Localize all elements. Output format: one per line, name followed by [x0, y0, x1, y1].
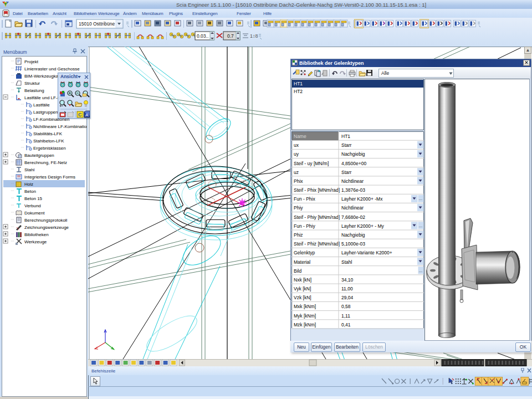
svg-text:Steif - Phiy [MNm/rad]: Steif - Phiy [MNm/rad] — [294, 214, 340, 220]
svg-text:Fun - Phix: Fun - Phix — [294, 196, 315, 202]
svg-text:Stahlbeton-LFK: Stahlbeton-LFK — [33, 139, 64, 144]
svg-text:Mxk [kNm]: Mxk [kNm] — [294, 304, 316, 309]
svg-text:29,04: 29,04 — [341, 295, 354, 300]
svg-text:Projekt: Projekt — [24, 59, 39, 64]
svg-text:Nxk [kN]: Nxk [kN] — [294, 277, 311, 283]
svg-text:Myk [kNm]: Myk [kNm] — [294, 313, 316, 319]
svg-text:HT1: HT1 — [341, 134, 350, 139]
svg-text:Bild: Bild — [294, 268, 301, 274]
svg-text:Lastgruppen: Lastgruppen — [33, 110, 58, 115]
svg-text:Werkzeuge: Werkzeuge — [24, 239, 47, 244]
svg-text:Phiz: Phiz — [294, 232, 303, 238]
svg-text:Holz: Holz — [24, 182, 33, 187]
svg-text:Nachgiebig: Nachgiebig — [341, 232, 365, 238]
svg-text:Layher K2000+ -Mx: Layher K2000+ -Mx — [341, 196, 383, 202]
svg-text:...: ... — [419, 268, 423, 273]
svg-text:Berechnung, FE-Netz: Berechnung, FE-Netz — [24, 160, 67, 165]
svg-text:Bibliotheken: Bibliotheken — [24, 232, 49, 237]
svg-text:Vzk [kN]: Vzk [kN] — [294, 295, 311, 300]
svg-text:1,3876e-03: 1,3876e-03 — [341, 187, 365, 193]
svg-text:Gelenktyp: Gelenktyp — [294, 250, 315, 255]
svg-text:Material: Material — [294, 259, 310, 265]
svg-text:Stabilitäts-LFK: Stabilitäts-LFK — [33, 131, 63, 136]
svg-text:0.03..: 0.03.. — [197, 33, 208, 39]
svg-text:Zeichnungswerkzeuge: Zeichnungswerkzeuge — [24, 225, 69, 230]
svg-text:Nichtlinear: Nichtlinear — [341, 205, 364, 211]
svg-text:...: ... — [419, 223, 423, 228]
svg-text:Stahl: Stahl — [341, 259, 352, 265]
svg-text:5,1000e-03: 5,1000e-03 — [341, 241, 365, 247]
svg-text:Berechnungsprotokoll: Berechnungsprotokoll — [24, 218, 68, 223]
svg-text:4,8500e+00: 4,8500e+00 — [341, 161, 366, 166]
svg-text:Nichtlineare LF-Kombinationen: Nichtlineare LF-Kombinationen — [33, 124, 87, 129]
svg-text:Nachgiebig: Nachgiebig — [341, 151, 365, 157]
svg-text:ux: ux — [294, 142, 299, 148]
svg-text:Beton 15: Beton 15 — [24, 196, 43, 201]
svg-text:Layher-Variante K2000+: Layher-Variante K2000+ — [341, 250, 392, 255]
svg-text:Stahl: Stahl — [24, 167, 34, 172]
svg-text:A: A — [85, 112, 89, 117]
svg-text:uz: uz — [294, 170, 299, 175]
svg-text:Linienraster und Geschosse: Linienraster und Geschosse — [24, 66, 80, 71]
svg-text:34,10: 34,10 — [341, 277, 354, 283]
svg-text:Belastung: Belastung — [24, 88, 44, 93]
svg-text:Bauteilgruppen: Bauteilgruppen — [24, 153, 54, 158]
svg-text:Starr: Starr — [341, 170, 352, 175]
svg-text:0,41: 0,41 — [341, 322, 351, 328]
svg-text:Vyk [kN]: Vyk [kN] — [294, 286, 311, 291]
svg-text:Starr: Starr — [341, 142, 352, 148]
svg-text:Steif - Phiz [MNm/rad]: Steif - Phiz [MNm/rad] — [294, 241, 340, 247]
svg-text:Dokument: Dokument — [24, 211, 45, 216]
svg-text:Steif - Phix [MNm/rad]: Steif - Phix [MNm/rad] — [294, 187, 340, 193]
svg-text:Steif - uy [MN/m]: Steif - uy [MN/m] — [294, 161, 329, 166]
svg-text:1↕8: 1↕8 — [250, 33, 258, 39]
svg-text:Beton: Beton — [24, 189, 36, 194]
svg-text:Layher K2000+ - My: Layher K2000+ - My — [341, 223, 385, 229]
svg-text:Name: Name — [294, 134, 306, 139]
svg-text:Fun - Phiy: Fun - Phiy — [294, 223, 315, 229]
svg-text:C: C — [78, 112, 82, 117]
svg-text:Struktur: Struktur — [24, 81, 40, 86]
svg-text:...: ... — [419, 196, 423, 201]
svg-text:0.7: 0.7 — [227, 33, 234, 39]
svg-text:Mzk [kNm]: Mzk [kNm] — [294, 322, 316, 328]
svg-text:1,11: 1,11 — [341, 313, 350, 319]
svg-text:uy: uy — [294, 151, 299, 157]
svg-text:Nichtlinear: Nichtlinear — [341, 178, 364, 184]
svg-text:Integriertes Design Forms: Integriertes Design Forms — [24, 175, 75, 180]
svg-text:Verbund: Verbund — [24, 203, 41, 208]
svg-text:Ergebnisklassen: Ergebnisklassen — [33, 146, 66, 151]
svg-text:Phix: Phix — [294, 178, 303, 184]
svg-text:Phiy: Phiy — [294, 205, 303, 211]
svg-text:11,00: 11,00 — [341, 286, 353, 291]
svg-text:7,6680e-02: 7,6680e-02 — [341, 214, 365, 220]
svg-text:Lastfälle: Lastfälle — [33, 103, 50, 108]
svg-text:0,58: 0,58 — [341, 304, 351, 309]
